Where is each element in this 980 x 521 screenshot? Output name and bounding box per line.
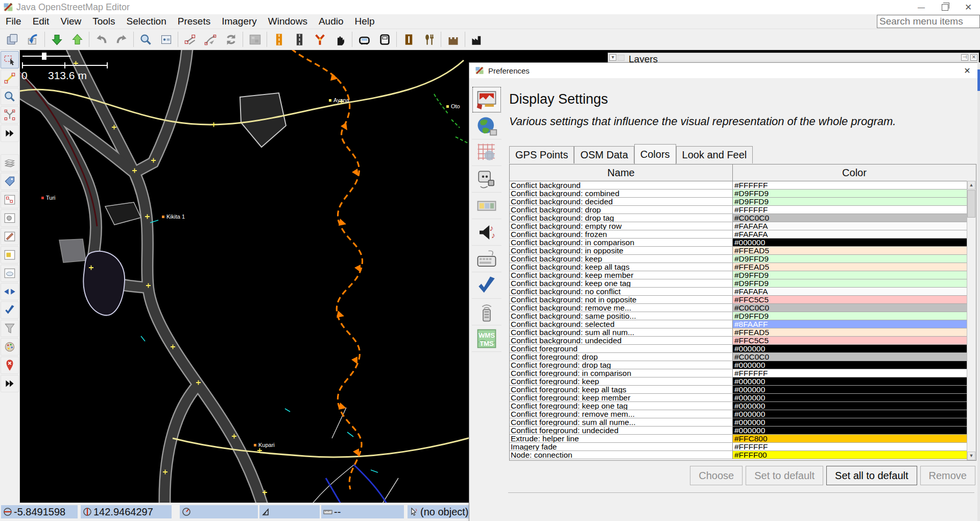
sidebar-plugins[interactable] <box>472 166 501 193</box>
tab-osm-data[interactable]: OSM Data <box>574 146 634 163</box>
table-row[interactable]: Conflict background: drop#FFFFFF <box>510 206 967 214</box>
table-row[interactable]: Conflict foreground#000000 <box>510 345 967 353</box>
tags-panel-button[interactable] <box>1 173 19 190</box>
table-row[interactable]: Conflict background#FFFFFF <box>510 181 967 190</box>
mappaint-panel-button[interactable] <box>1 228 19 245</box>
layers-scrollbar-sliver[interactable] <box>977 69 980 91</box>
refresh-button[interactable] <box>221 30 241 49</box>
redo-button[interactable] <box>111 30 132 49</box>
table-row[interactable]: Conflict background: remove me...#C0C0C0 <box>510 304 967 312</box>
works-button[interactable] <box>467 30 487 49</box>
table-row[interactable]: Conflict foreground: drop tag#000000 <box>510 361 967 369</box>
close-button[interactable]: ✕ <box>957 0 980 14</box>
table-scrollbar[interactable]: ▲ ▼ <box>967 181 976 460</box>
maximize-button[interactable] <box>933 0 957 14</box>
remove-button[interactable]: Remove <box>920 466 975 485</box>
more-top-button[interactable] <box>1 125 19 142</box>
menu-file[interactable]: File <box>0 14 27 29</box>
menu-view[interactable]: View <box>55 14 87 29</box>
conflict-panel-button[interactable] <box>1 283 19 300</box>
table-row[interactable]: Conflict background: keep member#D9FFD9 <box>510 271 967 279</box>
properties-panel-button[interactable] <box>1 209 19 227</box>
sidebar-map-projection[interactable] <box>472 139 501 166</box>
table-row[interactable]: Conflict background: in comparison#00000… <box>510 239 967 247</box>
preferences-titlebar[interactable]: Preferences ✕ <box>469 63 978 78</box>
zoom-slider[interactable] <box>22 53 70 60</box>
sidebar-audio[interactable]: ♪♪ <box>472 219 501 246</box>
scroll-up-icon[interactable]: ▲ <box>967 181 975 190</box>
table-row[interactable]: Conflict background: combined#D9FFD9 <box>510 190 967 198</box>
sidebar-toolbar-customize[interactable] <box>472 193 501 219</box>
menu-edit[interactable]: Edit <box>27 14 55 29</box>
table-row[interactable]: Conflict foreground: sum all nume...#000… <box>510 418 967 427</box>
menu-presets[interactable]: Presets <box>172 14 216 29</box>
scroll-down-icon[interactable]: ▼ <box>967 452 975 460</box>
set-to-default-button[interactable]: Set to default <box>746 466 823 485</box>
table-row[interactable]: Conflict background: same positio...#D9F… <box>510 312 967 320</box>
sidebar-remote-control[interactable] <box>472 299 501 325</box>
table-row[interactable]: Conflict foreground: keep one tag#000000 <box>510 402 967 410</box>
unglue-way-button[interactable] <box>180 30 200 49</box>
filter-panel-button[interactable] <box>1 320 19 337</box>
table-row[interactable]: Conflict foreground: drop#C0C0C0 <box>510 353 967 361</box>
menu-audio[interactable]: Audio <box>313 14 349 29</box>
set-all-to-default-button[interactable]: Set all to default <box>826 466 917 485</box>
draw-node-tool-button[interactable] <box>1 69 19 87</box>
menu-imagery[interactable]: Imagery <box>216 14 262 29</box>
layers-panel-button[interactable] <box>1 154 19 172</box>
table-row[interactable]: Conflict background: undecided#FFC5C5 <box>510 337 967 345</box>
tab-gps-points[interactable]: GPS Points <box>509 146 574 163</box>
sidebar-display-settings[interactable] <box>472 86 501 113</box>
menu-selection[interactable]: Selection <box>121 14 172 29</box>
preferences-box-button[interactable] <box>156 30 176 49</box>
table-row[interactable]: Conflict foreground: keep member#000000 <box>510 394 967 402</box>
junction-button[interactable] <box>309 30 330 49</box>
select-tool-button[interactable] <box>1 51 19 68</box>
download-data-button[interactable] <box>46 30 67 49</box>
palette-panel-button[interactable] <box>1 338 19 356</box>
table-row[interactable]: Node: connection#FFFF00 <box>510 451 967 459</box>
search-button[interactable] <box>135 30 156 49</box>
table-row[interactable]: Conflict background: drop tag#C0C0C0 <box>510 214 967 222</box>
table-row[interactable]: Conflict foreground: remove mem...#00000… <box>510 410 967 418</box>
tab-colors[interactable]: Colors <box>634 144 676 164</box>
castle-button[interactable] <box>443 30 463 49</box>
tab-look-and-feel[interactable]: Look and Feel <box>676 146 753 163</box>
table-row[interactable]: Conflict background: keep one tag#D9FFD9 <box>510 279 967 288</box>
table-row[interactable]: Conflict background: keep all tags#FFEAD… <box>510 263 967 271</box>
merge-way-button[interactable] <box>200 30 221 49</box>
sidebar-imagery-wms-tms[interactable]: WMSTMS <box>472 325 501 352</box>
changeset-panel-button[interactable] <box>1 265 19 282</box>
table-row[interactable]: Conflict background: not in opposite#FFC… <box>510 296 967 304</box>
minimize-button[interactable]: — <box>910 0 933 14</box>
open-file-button[interactable] <box>2 30 22 49</box>
table-row[interactable]: Conflict foreground: undecided#000000 <box>510 427 967 435</box>
table-row[interactable]: Conflict foreground: in comparison#FFFFF… <box>510 369 967 377</box>
table-row[interactable]: Imagery fade#FFFFFF <box>510 443 967 451</box>
menu-search-input[interactable] <box>877 15 980 28</box>
sidebar-connection[interactable] <box>472 113 501 139</box>
table-row[interactable]: Conflict background: in opposite#FFEAD5 <box>510 247 967 255</box>
relations-panel-button[interactable] <box>1 191 19 208</box>
table-row[interactable]: Conflict background: decided#D9FFD9 <box>510 198 967 206</box>
imagery-button[interactable] <box>245 30 265 49</box>
zoom-tool-button[interactable] <box>1 88 19 105</box>
table-row[interactable]: Conflict background: keep#D9FFD9 <box>510 255 967 263</box>
improve-way-tool-button[interactable] <box>1 106 19 124</box>
sidebar-shortcuts[interactable] <box>472 246 501 272</box>
validator-panel-button[interactable] <box>1 301 19 319</box>
more-bottom-button[interactable] <box>1 375 19 392</box>
menu-windows[interactable]: Windows <box>262 14 313 29</box>
menu-help[interactable]: Help <box>349 14 380 29</box>
menu-tools[interactable]: Tools <box>87 14 121 29</box>
layers-menu-icon[interactable]: ▾ <box>609 54 616 61</box>
save-button[interactable] <box>22 30 43 49</box>
sidebar-validator[interactable] <box>472 272 501 299</box>
table-row[interactable]: Conflict background: sum all num...#FFEA… <box>510 328 967 337</box>
table-row[interactable]: Conflict foreground: keep all tags#00000… <box>510 386 967 394</box>
presets-panel-button[interactable] <box>1 246 19 264</box>
scrollbar-thumb[interactable] <box>967 190 975 218</box>
road-residential-button[interactable] <box>289 30 309 49</box>
table-row[interactable]: Conflict background: empty row#FAFAFA <box>510 222 967 230</box>
door-button[interactable] <box>398 30 419 49</box>
